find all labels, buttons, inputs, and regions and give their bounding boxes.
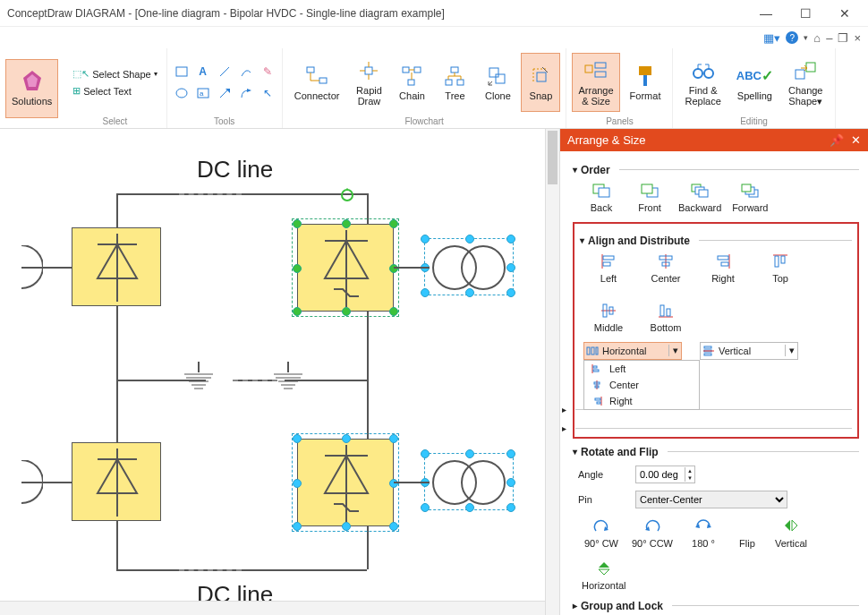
tool-textbox[interactable]: a (194, 84, 212, 102)
svg-rect-85 (718, 256, 728, 260)
help-icon[interactable]: ? (786, 31, 798, 44)
rotate-flip-section-header[interactable]: Rotate and Flip (573, 446, 859, 458)
rapid-draw-button[interactable]: Rapid Draw (349, 53, 388, 112)
tool-ellipse[interactable] (173, 84, 191, 102)
spin-up-icon[interactable]: ▲ (685, 467, 694, 474)
help-dropdown-icon[interactable]: ▾ (804, 33, 808, 42)
tool-line[interactable] (216, 63, 234, 81)
svg-rect-11 (319, 78, 327, 83)
pin-icon[interactable]: 📌 (830, 133, 844, 147)
chain-button[interactable]: Chain (392, 53, 431, 112)
tool-rect[interactable] (173, 63, 191, 81)
tool-arrow[interactable] (216, 84, 234, 102)
change-shape-button[interactable]: Change Shape▾ (782, 53, 830, 112)
tree-icon (442, 64, 467, 89)
clone-button[interactable]: Clone (478, 53, 517, 112)
align-bottom-button[interactable]: Bottom (646, 302, 685, 333)
svg-rect-21 (446, 80, 452, 85)
svg-rect-20 (451, 67, 458, 73)
align-center-button[interactable]: Center (646, 252, 685, 284)
spelling-button[interactable]: ABC✓ Spelling (731, 53, 779, 112)
panel-close-icon[interactable]: ✕ (851, 133, 861, 147)
arrange-icon (583, 58, 608, 83)
align-top-button[interactable]: Top (761, 252, 800, 284)
svg-rect-17 (403, 67, 409, 73)
svg-point-34 (694, 69, 702, 78)
converter-box-selected[interactable] (297, 439, 394, 526)
pin-select[interactable]: Center-Center (635, 491, 787, 508)
converter-box-selected[interactable] (297, 224, 394, 312)
spin-down-icon[interactable]: ▼ (685, 474, 694, 482)
vertical-scrollbar[interactable] (545, 129, 559, 615)
horizontal-scrollbar[interactable] (0, 601, 545, 615)
chevron-down-icon: ▾ (785, 345, 797, 356)
flip-label: Flip (739, 538, 755, 549)
send-backward-button[interactable]: Backward (678, 182, 721, 213)
change-shape-icon (793, 58, 818, 83)
connector-button[interactable]: Connector (288, 53, 346, 112)
svg-rect-32 (639, 66, 651, 75)
mdi-restore-icon[interactable]: ❐ (838, 31, 848, 45)
minimize-button[interactable]: — (746, 1, 786, 26)
svg-rect-2 (176, 67, 187, 76)
format-icon (633, 64, 658, 89)
maximize-button[interactable]: ☐ (786, 1, 825, 26)
transformer-symbol[interactable] (428, 242, 514, 296)
svg-rect-97 (591, 347, 594, 354)
svg-rect-86 (721, 262, 728, 266)
svg-rect-101 (593, 370, 599, 372)
home-icon[interactable]: ⌂ (813, 31, 821, 45)
align-distribute-highlight: Align and Distribute Left Center Right T… (573, 222, 859, 439)
angle-label: Angle (578, 469, 626, 480)
group-label: Tools (214, 116, 234, 126)
app-menu-icon[interactable]: ▦▾ (763, 31, 780, 45)
transformer-symbol[interactable] (428, 457, 514, 511)
tool-pointer[interactable]: ↖ (259, 84, 277, 102)
align-left-button[interactable]: Left (589, 252, 628, 284)
canvas[interactable]: DC line DC line (0, 129, 559, 615)
snap-button[interactable]: Snap (521, 53, 560, 112)
svg-line-28 (542, 67, 548, 73)
order-section-header[interactable]: Order (573, 164, 859, 176)
align-right-button[interactable]: Right (703, 252, 743, 284)
svg-rect-88 (775, 256, 779, 267)
converter-box[interactable] (72, 442, 161, 521)
window-title: ConceptDraw DIAGRAM - [One-line diagram … (7, 7, 746, 20)
tool-text[interactable]: A (194, 63, 212, 81)
align-middle-button[interactable]: Middle (589, 302, 628, 333)
solutions-button[interactable]: Solutions (5, 59, 58, 118)
arrange-size-button[interactable]: Arrange & Size (572, 53, 619, 112)
select-text-button[interactable]: ⊞ Select Text (69, 83, 160, 98)
tool-curve[interactable] (237, 63, 255, 81)
angle-input[interactable]: ▲▼ (635, 466, 695, 483)
tool-arc[interactable] (237, 84, 255, 102)
rotate-90cw-button[interactable]: 90° CW (582, 517, 621, 549)
menu-item-right[interactable]: Right (584, 393, 699, 409)
rotate-180-button[interactable]: 180 ° (684, 517, 723, 549)
bring-forward-button[interactable]: Forward (730, 182, 770, 213)
converter-box[interactable] (72, 227, 161, 306)
snap-icon (528, 64, 553, 89)
bring-front-button[interactable]: Front (630, 182, 669, 213)
menu-item-center[interactable]: Center (584, 377, 699, 393)
flip-vertical-button[interactable]: Vertical (771, 517, 811, 549)
pin-label: Pin (578, 494, 626, 505)
send-back-button[interactable]: Back (582, 182, 621, 213)
mdi-min-icon[interactable]: – (826, 31, 832, 45)
svg-rect-30 (595, 63, 606, 68)
format-button[interactable]: Format (624, 53, 668, 112)
align-dist-section-header[interactable]: Align and Distribute (580, 235, 852, 247)
close-button[interactable]: ✕ (825, 1, 864, 26)
distribute-horizontal-dropdown[interactable]: Horizontal ▾ Left Center Right (583, 342, 682, 360)
chain-icon (399, 64, 424, 89)
menu-item-left[interactable]: Left (584, 361, 699, 377)
distribute-vertical-dropdown[interactable]: Vertical ▾ (700, 342, 798, 360)
rotate-90ccw-button[interactable]: 90° CCW (632, 517, 673, 549)
select-shape-button[interactable]: ⬚↖ Select Shape ▾ (69, 66, 160, 81)
flip-horizontal-button[interactable]: Horizontal (582, 559, 626, 591)
find-replace-button[interactable]: Find & Replace (678, 53, 727, 112)
mdi-close-icon[interactable]: × (854, 31, 861, 45)
tree-button[interactable]: Tree (435, 53, 474, 112)
group-lock-section-header[interactable]: Group and Lock (573, 600, 859, 612)
tool-pencil[interactable]: ✎ (259, 63, 277, 81)
